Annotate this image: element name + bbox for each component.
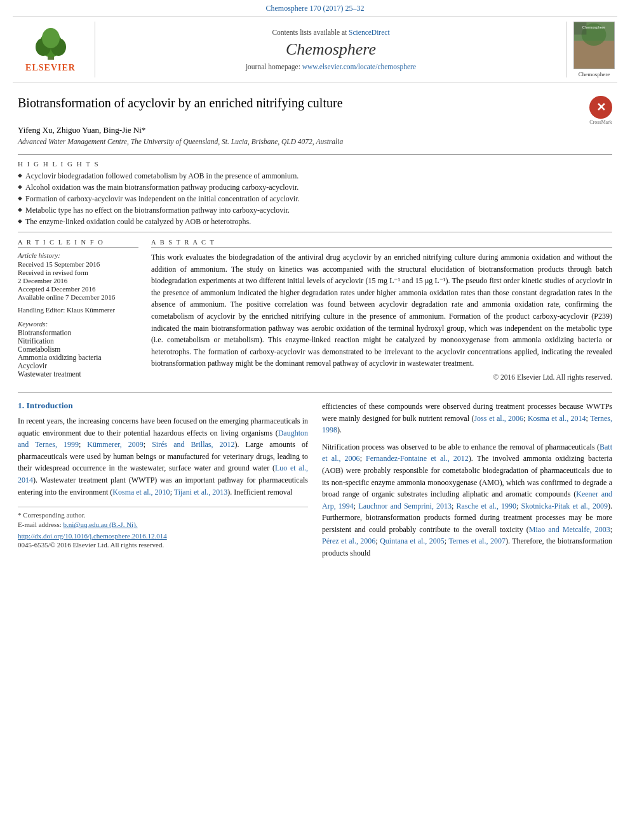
history-label: Article history:: [18, 251, 138, 259]
revised-label-line: Received in revised form: [18, 269, 138, 276]
doi-line: http://dx.doi.org/10.1016/j.chemosphere.…: [18, 531, 308, 541]
ref-skotnicka[interactable]: Skotnicka-Pitak et al., 2009: [521, 502, 608, 510]
top-citation-bar: Chemosphere 170 (2017) 25–32: [0, 0, 630, 16]
body-two-col: 1. Introduction In recent years, the inc…: [18, 401, 612, 564]
svg-text:Chemosphere: Chemosphere: [582, 25, 605, 29]
divider-2: [18, 232, 612, 232]
ref-luo[interactable]: Luo et al., 2014: [18, 463, 308, 484]
journal-thumbnail: Chemosphere: [573, 22, 615, 69]
doi-link[interactable]: http://dx.doi.org/10.1016/j.chemosphere.…: [18, 532, 167, 540]
elsevier-tree-icon: [25, 27, 76, 62]
keyword-1: Biotransformation: [18, 329, 138, 337]
highlights-list: Acyclovir biodegradation followed cometa…: [18, 171, 612, 227]
ref-rasche[interactable]: Rasche et al., 1990: [457, 502, 516, 510]
journal-title-header: Chemosphere: [286, 40, 376, 59]
sciencedirect-link[interactable]: ScienceDirect: [349, 29, 390, 36]
ref-kosma2010[interactable]: Kosma et al., 2010: [112, 488, 170, 497]
crossmark-badge: ✕ CrossMark: [589, 96, 612, 125]
abstract-column: A B S T R A C T This work evaluates the …: [151, 239, 612, 381]
email-text: b.ni@uq.edu.au (B.-J. Ni).: [63, 521, 137, 528]
keyword-6: Wastewater treatment: [18, 370, 138, 378]
intro-paragraph-2: efficiencies of these compounds were obs…: [322, 401, 612, 436]
email-label: E-mail address:: [18, 521, 62, 528]
svg-point-4: [42, 28, 60, 48]
citation-text: Chemosphere 170 (2017) 25–32: [266, 4, 365, 13]
keywords-label: Keywords:: [18, 320, 138, 328]
elsevier-logo: ELSEVIER: [25, 27, 76, 73]
affiliation-line: Advanced Water Management Centre, The Un…: [18, 138, 612, 145]
article-info-header: A R T I C L E I N F O: [18, 239, 138, 248]
journal-thumbnail-section: Chemosphere Chemosphere: [566, 22, 617, 77]
crossmark-label: CrossMark: [589, 119, 612, 125]
article-history-group: Article history: Received 15 September 2…: [18, 251, 138, 301]
abstract-text: This work evaluates the biodegradation o…: [151, 251, 612, 370]
ref-lauchnor[interactable]: Lauchnor and Semprini, 2013: [358, 502, 452, 510]
issn-line: 0045-6535/© 2016 Elsevier Ltd. All right…: [18, 541, 308, 549]
elsevier-wordmark: ELSEVIER: [25, 63, 76, 73]
keyword-5: Acyclovir: [18, 362, 138, 370]
main-content: Biotransformation of acyclovir by an enr…: [18, 83, 612, 564]
abstract-header: A B S T R A C T: [151, 239, 612, 248]
journal-header: ELSEVIER Contents lists available at Sci…: [13, 16, 617, 83]
ref-perez[interactable]: Pérez et al., 2006: [322, 537, 375, 545]
journal-homepage-line: journal homepage: www.elsevier.com/locat…: [246, 63, 416, 70]
divider-1: [18, 154, 612, 155]
handling-editor-line: Handling Editor: Klaus Kümmerer: [18, 306, 138, 314]
keyword-2: Nitrification: [18, 337, 138, 345]
keywords-section: Keywords: Biotransformation Nitrificatio…: [18, 320, 138, 378]
ref-kosma2014[interactable]: Kosma et al., 2014: [528, 414, 586, 423]
authors-text: Yifeng Xu, Zhiguo Yuan, Bing-Jie Ni*: [18, 125, 145, 135]
copyright-line: © 2016 Elsevier Ltd. All rights reserved…: [151, 373, 612, 381]
intro-paragraph-1: In recent years, the increasing concerns…: [18, 415, 308, 498]
ref-quintana[interactable]: Quintana et al., 2005: [380, 537, 445, 545]
keyword-4: Ammonia oxidizing bacteria: [18, 354, 138, 361]
highlights-section: H I G H L I G H T S Acyclovir biodegrada…: [18, 160, 612, 227]
available-line: Available online 7 December 2016: [18, 293, 138, 301]
highlight-item-2: Alcohol oxidation was the main biotransf…: [18, 183, 612, 192]
article-title: Biotransformation of acyclovir by an enr…: [18, 95, 343, 111]
journal-info-center: Contents lists available at ScienceDirec…: [95, 22, 566, 77]
accepted-line: Accepted 4 December 2016: [18, 285, 138, 293]
ref-kummerer[interactable]: Kümmerer, 2009: [87, 440, 144, 449]
highlight-item-4: Metabolic type has no effect on the biot…: [18, 206, 612, 215]
body-section: 1. Introduction In recent years, the inc…: [18, 392, 612, 564]
ref-miao[interactable]: Miao and Metcalfe, 2003: [529, 525, 610, 534]
highlights-header: H I G H L I G H T S: [18, 160, 612, 168]
journal-cover-image: Chemosphere: [574, 22, 614, 69]
email-line: E-mail address: b.ni@uq.edu.au (B.-J. Ni…: [18, 521, 308, 528]
crossmark-circle: ✕: [589, 96, 612, 119]
article-info-abstract-section: A R T I C L E I N F O Article history: R…: [18, 239, 612, 381]
contents-line: Contents lists available at ScienceDirec…: [272, 29, 389, 36]
ref-ternes2007[interactable]: Ternes et al., 2007: [448, 537, 506, 545]
contents-text: Contents lists available at: [272, 29, 347, 36]
intro-left-col: 1. Introduction In recent years, the inc…: [18, 401, 308, 564]
sciencedirect-label: ScienceDirect: [349, 29, 390, 36]
ref-joss[interactable]: Joss et al., 2006: [474, 414, 523, 423]
article-info-column: A R T I C L E I N F O Article history: R…: [18, 239, 138, 381]
received-line: Received 15 September 2016: [18, 260, 138, 268]
elsevier-logo-section: ELSEVIER: [13, 22, 95, 77]
journal-url[interactable]: www.elsevier.com/locate/chemosphere: [302, 63, 416, 70]
homepage-text: journal homepage:: [246, 63, 300, 70]
journal-thumb-label: Chemosphere: [579, 71, 610, 77]
intro-paragraph-3: Nitrification process was observed to be…: [322, 441, 612, 559]
ref-fernandez[interactable]: Fernandez-Fontaine et al., 2012: [366, 454, 469, 463]
intro-heading: 1. Introduction: [18, 401, 308, 411]
highlight-item-5: The enzyme-linked oxidation could be cat…: [18, 217, 612, 227]
authors-line: Yifeng Xu, Zhiguo Yuan, Bing-Jie Ni*: [18, 125, 612, 135]
doi-text: http://dx.doi.org/10.1016/j.chemosphere.…: [18, 532, 167, 540]
ref-sires[interactable]: Sirés and Brillas, 2012: [152, 440, 234, 449]
email-link[interactable]: b.ni@uq.edu.au (B.-J. Ni).: [63, 521, 137, 528]
highlight-item-3: Formation of carboxy-acyclovir was indep…: [18, 194, 612, 204]
highlight-item-1: Acyclovir biodegradation followed cometa…: [18, 171, 612, 181]
corresponding-author-note: * Corresponding author.: [18, 511, 308, 519]
intro-right-col: efficiencies of these compounds were obs…: [322, 401, 612, 564]
footnote-section: * Corresponding author. E-mail address: …: [18, 507, 308, 549]
journal-url-text: www.elsevier.com/locate/chemosphere: [302, 63, 416, 70]
title-row: Biotransformation of acyclovir by an enr…: [18, 95, 612, 125]
keyword-3: Cometabolism: [18, 345, 138, 353]
ref-tijani[interactable]: Tijani et al., 2013: [174, 488, 228, 497]
handling-editor-text: Handling Editor: Klaus Kümmerer: [18, 306, 115, 314]
revised-date-line: 2 December 2016: [18, 277, 138, 284]
